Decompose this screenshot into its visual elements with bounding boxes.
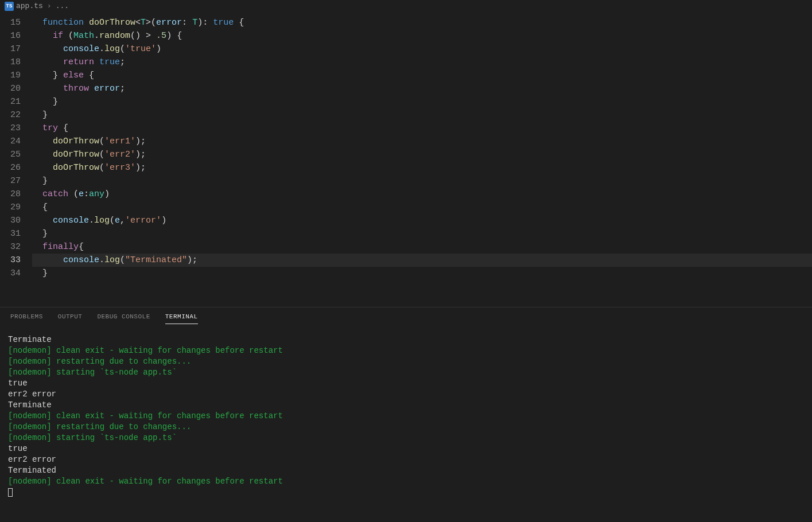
line-number: 20 (0, 82, 21, 95)
code-line[interactable]: if (Math.random() > .5) { (32, 29, 812, 42)
typescript-icon: TS (5, 2, 14, 11)
breadcrumb[interactable]: TS app.ts › ... (0, 0, 812, 13)
line-number: 24 (0, 135, 21, 148)
line-number: 33 (0, 254, 21, 267)
terminal-line: err2 error (8, 389, 804, 400)
terminal-line: Terminated (8, 465, 804, 476)
tab-terminal[interactable]: TERMINAL (165, 313, 198, 324)
code-line[interactable]: return true; (32, 56, 812, 69)
code-line[interactable]: } (32, 267, 812, 280)
terminal-line: [nodemon] restarting due to changes... (8, 356, 804, 367)
code-line[interactable]: { (32, 201, 812, 214)
code-line[interactable]: console.log('true') (32, 42, 812, 56)
line-number: 23 (0, 122, 21, 135)
code-line[interactable]: doOrThrow('err2'); (32, 148, 812, 161)
code-line[interactable]: catch (e:any) (32, 188, 812, 201)
line-number-gutter: 1516171819202122232425262728293031323334 (0, 16, 32, 280)
code-line[interactable]: } (32, 108, 812, 122)
line-number: 18 (0, 56, 21, 69)
terminal-line: true (8, 378, 804, 389)
chevron-right-icon: › (47, 2, 52, 10)
line-number: 31 (0, 227, 21, 240)
tab-problems[interactable]: PROBLEMS (10, 313, 43, 324)
terminal-line: [nodemon] clean exit - waiting for chang… (8, 476, 804, 487)
terminal-line: [nodemon] clean exit - waiting for chang… (8, 345, 804, 356)
code-line[interactable]: function doOrThrow<T>(error: T): true { (32, 16, 812, 29)
code-area[interactable]: function doOrThrow<T>(error: T): true { … (32, 16, 812, 280)
line-number: 30 (0, 214, 21, 227)
line-number: 34 (0, 267, 21, 280)
breadcrumb-tail[interactable]: ... (56, 2, 69, 10)
code-line[interactable]: throw error; (32, 82, 812, 95)
tab-output[interactable]: OUTPUT (58, 313, 83, 324)
code-line[interactable]: try { (32, 122, 812, 135)
editor[interactable]: 1516171819202122232425262728293031323334… (0, 13, 812, 280)
terminal-line: [nodemon] clean exit - waiting for chang… (8, 411, 804, 422)
terminal-output[interactable]: Terminate[nodemon] clean exit - waiting … (0, 324, 812, 498)
code-line[interactable]: doOrThrow('err1'); (32, 135, 812, 148)
line-number: 17 (0, 42, 21, 56)
line-number: 28 (0, 188, 21, 201)
tab-debug[interactable]: DEBUG CONSOLE (97, 313, 150, 324)
line-number: 29 (0, 201, 21, 214)
terminal-cursor (8, 487, 804, 498)
line-number: 25 (0, 148, 21, 161)
code-line[interactable]: console.log(e,'error') (32, 214, 812, 227)
line-number: 27 (0, 174, 21, 188)
terminal-line: Terminate (8, 334, 804, 345)
terminal-line: [nodemon] restarting due to changes... (8, 422, 804, 433)
terminal-line: [nodemon] starting `ts-node app.ts` (8, 367, 804, 378)
terminal-line: true (8, 443, 804, 454)
terminal-line: err2 error (8, 454, 804, 465)
code-line[interactable]: finally{ (32, 240, 812, 254)
code-line[interactable]: doOrThrow('err3'); (32, 161, 812, 174)
terminal-line: Terminate (8, 400, 804, 411)
code-line[interactable]: } else { (32, 69, 812, 82)
panel-tabs: PROBLEMSOUTPUTDEBUG CONSOLETERMINAL (0, 307, 812, 324)
line-number: 26 (0, 161, 21, 174)
code-line[interactable]: console.log("Terminated"); (32, 254, 812, 267)
code-line[interactable]: } (32, 227, 812, 240)
code-line[interactable]: } (32, 95, 812, 108)
bottom-panel: PROBLEMSOUTPUTDEBUG CONSOLETERMINAL Term… (0, 307, 812, 522)
line-number: 21 (0, 95, 21, 108)
line-number: 19 (0, 69, 21, 82)
line-number: 16 (0, 29, 21, 42)
breadcrumb-file[interactable]: app.ts (16, 2, 43, 10)
line-number: 22 (0, 108, 21, 122)
line-number: 15 (0, 16, 21, 29)
line-number: 32 (0, 240, 21, 254)
code-line[interactable]: } (32, 174, 812, 188)
terminal-line: [nodemon] starting `ts-node app.ts` (8, 433, 804, 443)
